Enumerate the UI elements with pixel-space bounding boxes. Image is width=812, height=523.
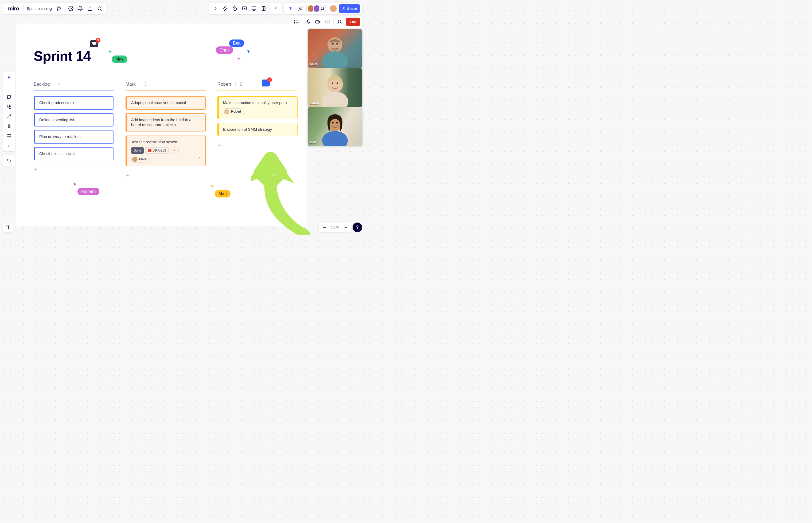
left-toolbar: [3, 72, 15, 151]
column-name: Mark: [125, 82, 136, 87]
svg-rect-8: [316, 20, 319, 23]
svg-rect-4: [252, 7, 256, 10]
divider: [306, 5, 307, 12]
confetti-icon[interactable]: [296, 4, 305, 13]
zoom-in-button[interactable]: [342, 223, 350, 231]
assignee-chip[interactable]: Robert: [223, 108, 244, 115]
screen-icon[interactable]: [249, 4, 259, 13]
card[interactable]: Check texts in social: [34, 147, 114, 161]
card[interactable]: Test the registration system Done JIRA-2…: [125, 136, 206, 166]
video-tile[interactable]: Sadie: [308, 68, 362, 107]
sticky-tool-icon[interactable]: [4, 92, 14, 102]
zoom-controls: 100%: [319, 222, 351, 232]
divider: [65, 5, 65, 12]
chevron-right-icon[interactable]: [211, 4, 220, 13]
svg-point-16: [336, 43, 338, 44]
cursor-icon[interactable]: [286, 4, 296, 13]
add-card-button[interactable]: +: [218, 142, 297, 149]
jira-tag[interactable]: JIRA-253: [145, 147, 169, 154]
video-tile[interactable]: Bea: [308, 107, 362, 146]
share-button[interactable]: Share: [339, 4, 360, 13]
my-avatar[interactable]: [330, 5, 337, 12]
column-name: Backlog: [34, 82, 50, 87]
card[interactable]: Make instruction to simplify user path R…: [218, 96, 297, 119]
app-toolbar: [209, 3, 282, 14]
subtask-icon: [196, 156, 202, 164]
search-icon[interactable]: [95, 4, 104, 13]
add-card-button[interactable]: +: [125, 172, 206, 179]
svg-point-10: [339, 20, 341, 22]
board-title[interactable]: Sprint 14: [34, 48, 91, 64]
card-title: Test the registration system: [131, 140, 201, 145]
card[interactable]: Adapt global creatives for social: [125, 96, 206, 110]
notes-icon[interactable]: [259, 4, 269, 13]
svg-point-0: [70, 8, 71, 10]
svg-point-19: [332, 83, 333, 84]
video-name: Bea: [310, 140, 316, 144]
svg-point-24: [336, 122, 338, 124]
card[interactable]: Elaboration of SMM strategy: [218, 123, 297, 137]
undo-icon[interactable]: [4, 156, 14, 165]
share-label: Share: [347, 7, 357, 11]
miro-logo[interactable]: miro: [5, 5, 22, 12]
divider: [23, 5, 23, 12]
svg-point-15: [332, 43, 334, 44]
top-left-toolbar: miro Sprint planning: [3, 3, 106, 14]
svg-point-18: [322, 92, 348, 107]
video-tiles: Matt Sadie Bea: [308, 29, 362, 146]
column-name: Robert: [218, 82, 231, 87]
column-mark: Mark | 3 Adapt global creatives for soci…: [125, 82, 206, 179]
priority-tag: [170, 147, 179, 154]
more-tools-icon[interactable]: [4, 140, 14, 150]
text-tool-icon[interactable]: [4, 83, 14, 92]
comment-bubble[interactable]: 2: [262, 79, 270, 87]
presentation-icon[interactable]: [240, 4, 249, 13]
select-tool-icon[interactable]: [4, 73, 14, 83]
video-icon[interactable]: [313, 17, 323, 27]
timer-icon[interactable]: [230, 4, 240, 13]
video-tile[interactable]: Matt: [308, 29, 362, 68]
collaborator-avatars[interactable]: 12: [309, 5, 326, 12]
bell-icon[interactable]: [75, 4, 85, 13]
svg-rect-7: [308, 20, 309, 22]
divider: [270, 5, 270, 12]
comment-count-badge: 3: [96, 38, 100, 43]
pen-tool-icon[interactable]: [4, 121, 14, 131]
help-button[interactable]: ?: [352, 222, 362, 232]
person-icon[interactable]: [335, 17, 344, 27]
undo-toolbar: [3, 155, 15, 166]
end-call-button[interactable]: End: [346, 18, 360, 26]
settings-icon[interactable]: [66, 4, 75, 13]
arrow-tool-icon[interactable]: [4, 111, 14, 121]
zoom-level[interactable]: 100%: [328, 226, 342, 229]
column-robert: Robert | 2 Make instruction to simplify …: [218, 82, 297, 149]
frame-tool-icon[interactable]: [4, 131, 14, 140]
status-tag: Done: [131, 147, 144, 154]
zoom-out-button[interactable]: [320, 223, 328, 231]
avatar-overflow-count[interactable]: 12: [319, 5, 326, 12]
assignee-chip[interactable]: Mark: [131, 156, 150, 163]
comment-bubble[interactable]: 3: [90, 40, 98, 47]
svg-point-1: [98, 7, 101, 10]
export-icon[interactable]: [85, 4, 95, 13]
column-count: 3: [144, 82, 146, 87]
more-icon[interactable]: [271, 4, 280, 13]
svg-point-22: [322, 131, 348, 146]
shape-tool-icon[interactable]: [4, 102, 14, 111]
star-icon[interactable]: [54, 4, 64, 13]
bolt-icon[interactable]: [220, 4, 230, 13]
card[interactable]: Define a seeding list: [34, 113, 114, 127]
card[interactable]: Add image ideas from the brief to a boar…: [125, 113, 206, 132]
video-name: Matt: [310, 62, 317, 66]
card[interactable]: Plan delivery to retailers: [34, 130, 114, 144]
add-card-button[interactable]: +: [34, 166, 114, 173]
card-title: Make instruction to simplify user path: [223, 100, 293, 106]
svg-point-20: [336, 83, 338, 84]
share-screen-icon[interactable]: [323, 17, 332, 27]
board-name[interactable]: Sprint planning: [24, 6, 54, 11]
collab-toolbar: 12 Share: [284, 3, 362, 14]
minimap-toggle[interactable]: [3, 222, 13, 232]
video-name: Sadie: [310, 101, 319, 105]
column-backlog: Backlog | 4 Check product stock Define a…: [34, 82, 114, 173]
card[interactable]: Check product stock: [34, 96, 114, 110]
